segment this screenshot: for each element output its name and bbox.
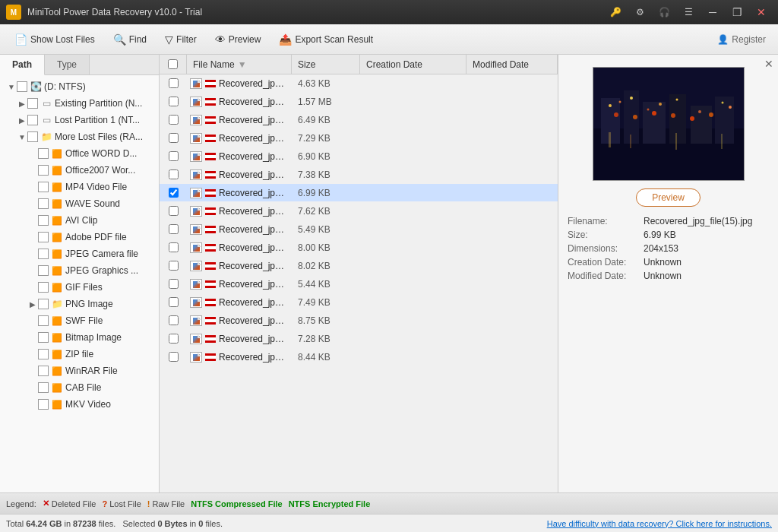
filter-button[interactable]: ▽ Filter xyxy=(157,30,205,49)
tree-expand-png[interactable]: ▶ xyxy=(27,300,38,309)
export-scan-result-button[interactable]: 📤 Export Scan Result xyxy=(270,30,381,49)
tree-checkbox-winrar[interactable] xyxy=(38,366,49,376)
tree-node-cab[interactable]: 🟧 CAB File xyxy=(0,379,159,396)
col-header-size[interactable]: Size xyxy=(292,55,360,74)
file-row-checkbox-10[interactable] xyxy=(160,261,187,271)
tab-type[interactable]: Type xyxy=(45,55,90,74)
tree-container[interactable]: ▼ 💽 (D: NTFS) ▶ ▭ Existing Partition (N.… xyxy=(0,75,159,492)
file-row-checkbox-8[interactable] xyxy=(160,224,187,234)
tree-checkbox-png[interactable] xyxy=(38,299,49,309)
tree-checkbox-cab[interactable] xyxy=(38,382,49,393)
table-row[interactable]: Recovered_jpg_file(13).jpg 6.90 KB xyxy=(160,147,558,166)
table-row[interactable]: Recovered_jpg_file(15).jpg 6.99 KB xyxy=(160,184,558,202)
tree-checkbox-office2007[interactable] xyxy=(38,165,49,176)
tree-node-zip[interactable]: 🟧 ZIP file xyxy=(0,346,159,363)
tree-checkbox-jpeggraph[interactable] xyxy=(38,265,49,276)
table-row[interactable]: Recovered_jpg_file(22).jpg 7.28 KB xyxy=(160,330,558,348)
tree-node-wave[interactable]: 🟧 WAVE Sound xyxy=(0,195,159,212)
tree-node-jpeggraph[interactable]: 🟧 JPEG Graphics ... xyxy=(0,262,159,279)
tree-expand-lost1[interactable]: ▶ xyxy=(17,116,27,125)
file-row-checkbox-9[interactable] xyxy=(160,242,187,252)
tree-checkbox-pdf[interactable] xyxy=(38,232,49,242)
circle-icon[interactable]: ⚙ xyxy=(629,2,650,23)
col-header-modified-date[interactable]: Modified Date xyxy=(466,55,558,74)
file-row-checkbox-5[interactable] xyxy=(160,169,187,179)
tree-checkbox-swf[interactable] xyxy=(38,315,49,326)
tree-node-gif[interactable]: 🟧 GIF Files xyxy=(0,279,159,296)
tree-node-lost1[interactable]: ▶ ▭ Lost Partition 1 (NT... xyxy=(0,112,159,128)
tree-checkbox-existing[interactable] xyxy=(27,98,38,109)
file-row-checkbox-12[interactable] xyxy=(160,297,187,307)
tree-checkbox-bitmap[interactable] xyxy=(38,332,49,343)
tree-checkbox-avi[interactable] xyxy=(38,215,49,226)
tree-checkbox-wave[interactable] xyxy=(38,198,49,209)
help-link[interactable]: Have difficulty with data recovery? Clic… xyxy=(547,519,772,528)
file-row-checkbox-11[interactable] xyxy=(160,279,187,289)
register-button[interactable]: 👤 Register xyxy=(711,31,772,48)
table-row[interactable]: Recovered_jpg_file(12).jpg 7.29 KB xyxy=(160,129,558,147)
table-row[interactable]: Recovered_jpg_file(16).jpg 7.62 KB xyxy=(160,202,558,220)
tree-node-existing[interactable]: ▶ ▭ Existing Partition (N... xyxy=(0,95,159,112)
tab-path[interactable]: Path xyxy=(0,55,45,75)
tree-node-png[interactable]: ▶ 📁 PNG Image xyxy=(0,296,159,312)
file-row-checkbox-14[interactable] xyxy=(160,334,187,344)
table-row[interactable]: Recovered_jpg_file(14).jpg 7.38 KB xyxy=(160,166,558,184)
table-row[interactable]: Recovered_jpg_file(10).jpg 1.57 MB xyxy=(160,93,558,111)
close-button[interactable]: ✕ xyxy=(751,2,772,23)
tree-node-office2007[interactable]: 🟧 Office2007 Wor... xyxy=(0,162,159,179)
col-header-creation-date[interactable]: Creation Date xyxy=(360,55,466,74)
table-row[interactable]: Recovered_jpg_file(17).jpg 5.49 KB xyxy=(160,220,558,239)
file-row-checkbox-2[interactable] xyxy=(160,115,187,125)
table-row[interactable]: Recovered_jpg_file(23).jpg 8.44 KB xyxy=(160,348,558,366)
minimize-button[interactable]: ─ xyxy=(702,2,723,23)
table-row[interactable]: Recovered_jpg_file(2).jpg 5.44 KB xyxy=(160,275,558,293)
file-row-checkbox-6[interactable] xyxy=(160,188,187,198)
table-row[interactable]: Recovered_jpg_file(11).jpg 6.49 KB xyxy=(160,111,558,129)
tree-expand-morelost[interactable]: ▼ xyxy=(17,133,27,141)
file-list-body[interactable]: Recovered_jpg_file(1).jpg 4.63 KB Recove… xyxy=(160,74,558,492)
tree-expand-root[interactable]: ▼ xyxy=(6,83,17,91)
show-lost-files-button[interactable]: 📄 Show Lost Files xyxy=(6,30,103,49)
tree-node-office[interactable]: 🟧 Office WORD D... xyxy=(0,145,159,162)
table-row[interactable]: Recovered_jpg_file(21).jpg 8.75 KB xyxy=(160,312,558,330)
file-row-checkbox-15[interactable] xyxy=(160,352,187,362)
tree-expand-existing[interactable]: ▶ xyxy=(17,100,27,108)
tree-node-morelost[interactable]: ▼ 📁 More Lost Files (RA... xyxy=(0,128,159,145)
tree-node-mp4[interactable]: 🟧 MP4 Video File xyxy=(0,179,159,195)
table-row[interactable]: Recovered_jpg_file(20).jpg 7.49 KB xyxy=(160,293,558,312)
preview-button[interactable]: Preview xyxy=(636,188,701,207)
file-row-checkbox-13[interactable] xyxy=(160,315,187,325)
table-row[interactable]: Recovered_jpg_file(18).jpg 8.00 KB xyxy=(160,239,558,257)
file-row-checkbox-1[interactable] xyxy=(160,97,187,106)
col-header-filename[interactable]: File Name ▼ xyxy=(187,55,292,74)
preview-close-button[interactable]: ✕ xyxy=(764,58,773,70)
tree-checkbox-mkv[interactable] xyxy=(38,399,49,410)
tree-checkbox-lost1[interactable] xyxy=(27,115,38,125)
restore-button[interactable]: ❐ xyxy=(726,2,748,23)
menu-icon[interactable]: ☰ xyxy=(678,2,699,23)
tree-checkbox-mp4[interactable] xyxy=(38,182,49,192)
headset-icon[interactable]: 🎧 xyxy=(653,2,675,23)
file-row-checkbox-3[interactable] xyxy=(160,133,187,143)
tree-node-root[interactable]: ▼ 💽 (D: NTFS) xyxy=(0,78,159,95)
file-row-checkbox-0[interactable] xyxy=(160,78,187,88)
preview-toolbar-button[interactable]: 👁 Preview xyxy=(207,30,270,49)
tree-checkbox-office[interactable] xyxy=(38,148,49,159)
tree-checkbox-root[interactable] xyxy=(17,81,27,92)
file-row-checkbox-7[interactable] xyxy=(160,206,187,216)
tree-checkbox-jpegcam[interactable] xyxy=(38,249,49,259)
select-all-checkbox[interactable] xyxy=(168,59,178,69)
tree-node-winrar[interactable]: 🟧 WinRAR File xyxy=(0,363,159,379)
tree-checkbox-zip[interactable] xyxy=(38,349,49,359)
tree-node-pdf[interactable]: 🟧 Adobe PDF file xyxy=(0,229,159,245)
table-row[interactable]: Recovered_jpg_file(19).jpg 8.02 KB xyxy=(160,257,558,275)
file-row-checkbox-4[interactable] xyxy=(160,151,187,161)
tree-node-bitmap[interactable]: 🟧 Bitmap Image xyxy=(0,329,159,346)
tree-checkbox-gif[interactable] xyxy=(38,282,49,293)
table-row[interactable]: Recovered_jpg_file(1).jpg 4.63 KB xyxy=(160,74,558,93)
tree-node-jpegcam[interactable]: 🟧 JPEG Camera file xyxy=(0,245,159,262)
tree-node-swf[interactable]: 🟧 SWF File xyxy=(0,312,159,329)
key-icon[interactable]: 🔑 xyxy=(605,2,626,23)
tree-node-avi[interactable]: 🟧 AVI Clip xyxy=(0,212,159,229)
tree-checkbox-morelost[interactable] xyxy=(27,131,38,142)
